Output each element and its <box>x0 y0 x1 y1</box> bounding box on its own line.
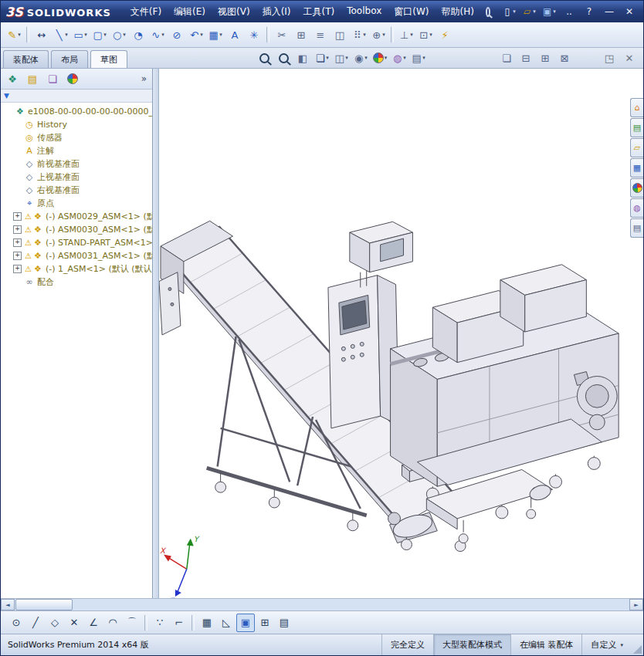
rectangle-icon[interactable]: ▭ ▾ <box>71 25 90 44</box>
scenes-icon[interactable]: ◍ <box>630 198 643 218</box>
ellipse-icon[interactable]: ⊘ <box>168 25 186 44</box>
sketch-polygon-icon[interactable]: ◇ <box>46 614 64 632</box>
spline-icon[interactable]: ∿ ▾ <box>148 25 167 44</box>
smart-dimension-icon[interactable]: ↔ <box>32 25 51 44</box>
menu-item[interactable]: 窗口(W) <box>388 3 435 21</box>
shaded-view-icon[interactable]: ▣ <box>236 614 255 632</box>
apply-scene-icon[interactable]: ◍ ▾ <box>390 49 408 67</box>
arc-snap-icon[interactable]: ◠ <box>103 614 122 632</box>
quick-snaps-icon[interactable]: ⌐ <box>170 614 188 632</box>
perimeter-circle-icon[interactable]: ◔ <box>129 25 147 44</box>
tree-filter-bar[interactable]: ▼ <box>1 90 152 103</box>
arrange-icons-icon[interactable]: ⊠ <box>555 49 574 67</box>
convert-entities-icon[interactable]: ⊞ <box>292 25 310 44</box>
graphics-viewport[interactable]: X Y Z ⌂ ▤ ▱ <box>159 69 643 598</box>
tree-item-mates[interactable]: ∞ 配合 <box>1 276 152 289</box>
new-document-icon[interactable]: ▯ ▾ <box>500 3 518 20</box>
property-manager-icon[interactable]: ▤ <box>23 69 42 88</box>
menu-item[interactable]: Toolbox <box>341 3 388 21</box>
view-palette-icon[interactable]: ▦ <box>630 158 643 178</box>
resize-grip[interactable] <box>633 645 642 654</box>
search-icon[interactable] <box>486 7 490 17</box>
save-icon[interactable]: ▣ ▾ <box>540 3 558 20</box>
tab-sketch[interactable]: 草图 <box>90 50 127 68</box>
menu-item[interactable]: 编辑(E) <box>168 3 212 21</box>
tab-assembly[interactable]: 装配体 <box>3 50 49 68</box>
close-pane-icon[interactable]: ✕ <box>620 49 639 67</box>
trim-entities-icon[interactable]: ✂ <box>273 25 291 44</box>
status-fully-defined[interactable]: 完全定义 <box>381 634 433 655</box>
more-icon[interactable]: .. <box>560 3 578 20</box>
line-icon[interactable]: ╲ ▾ <box>52 25 70 44</box>
custom-properties-icon[interactable]: ▤ <box>630 218 643 238</box>
sketch-fillet-icon[interactable]: ↶ ▾ <box>187 25 205 44</box>
close-icon[interactable]: ✕ <box>620 3 639 20</box>
move-entities-icon[interactable]: ⊕ ▾ <box>369 25 388 44</box>
scrollbar-thumb[interactable] <box>15 599 73 610</box>
angle-snap-icon[interactable]: ∠ <box>84 614 103 632</box>
panel-expand-chevron[interactable]: » <box>138 73 150 84</box>
zoom-area-icon[interactable] <box>274 49 293 67</box>
view-settings-icon[interactable]: ▤ ▾ <box>409 49 428 67</box>
grid-icon[interactable]: ▦ <box>198 614 216 632</box>
isometric-icon[interactable]: ◺ <box>217 614 236 632</box>
control-tower[interactable] <box>328 276 399 428</box>
feature-tree-icon[interactable]: ❖ <box>3 69 22 88</box>
design-library-icon[interactable]: ▤ <box>630 118 643 137</box>
slot-icon[interactable]: ▢ ▾ <box>90 25 109 44</box>
point-icon[interactable]: ✳ <box>245 25 263 44</box>
sketch-icon[interactable]: ✎ ▾ <box>5 25 23 44</box>
display-manager-icon[interactable]: ● <box>63 69 82 88</box>
expand-toggle-icon[interactable]: + <box>13 265 22 273</box>
view-orientation-icon[interactable]: ❏ ▾ <box>313 49 331 67</box>
sketch-point-icon[interactable]: ⊙ <box>7 614 25 632</box>
mirror-entities-icon[interactable]: ◫ <box>330 25 349 44</box>
horizontal-scrollbar[interactable]: ◄ ► <box>1 598 643 610</box>
menu-item[interactable]: 视图(V) <box>212 3 256 21</box>
help-icon[interactable]: ? <box>580 3 598 20</box>
tree-item-root[interactable]: ❖ e1008-00-00-00-00-00-0000_ <box>1 105 152 118</box>
sketch-line-icon[interactable]: ╱ <box>26 614 45 632</box>
expand-toggle-icon[interactable]: + <box>13 212 22 221</box>
table-icon[interactable]: ▤ <box>275 614 293 632</box>
tree-item-front-plane[interactable]: ◇ 前视基准面 <box>1 157 152 171</box>
offset-entities-icon[interactable]: ≡ <box>311 25 330 44</box>
block-icon[interactable]: ⊡ ▾ <box>416 25 435 44</box>
hide-show-items-icon[interactable]: ◉ ▾ <box>351 49 370 67</box>
cascade-windows-icon[interactable]: ❏ <box>497 49 516 67</box>
tree-item-top-plane[interactable]: ◇ 上视基准面 <box>1 171 152 184</box>
display-style-icon[interactable]: ◫ ▾ <box>332 49 351 67</box>
sketch-erase-icon[interactable]: ✕ <box>65 614 83 632</box>
tree-item-component[interactable]: + ⚠ ❖ (-) ASM0030_ASM<1> (默认 <box>1 223 152 236</box>
tile-horizontal-icon[interactable]: ⊟ <box>517 49 535 67</box>
tangent-snap-icon[interactable]: ⌒ <box>123 614 141 632</box>
assembly-model[interactable]: X Y Z <box>159 69 643 598</box>
appearances-icon[interactable]: ● <box>630 178 643 198</box>
circle-icon[interactable]: ○ ▾ <box>110 25 128 44</box>
status-large-assembly-mode[interactable]: 大型装配体模式 <box>433 634 510 655</box>
expand-toggle-icon[interactable]: + <box>13 252 22 260</box>
linear-pattern-icon[interactable]: ⠿ ▾ <box>350 25 368 44</box>
instant2d-icon[interactable]: ⚡ <box>436 25 454 44</box>
scroll-right-arrow[interactable]: ► <box>629 599 643 610</box>
panel-splitter[interactable] <box>153 69 159 598</box>
open-icon[interactable]: ▱ ▾ <box>520 3 538 20</box>
tree-item-sensors[interactable]: ◎ 传感器 <box>1 131 152 144</box>
menu-item[interactable]: 工具(T) <box>297 3 341 21</box>
tree-item-component[interactable]: + ⚠ ❖ (-) STAND-PART_ASM<1> (默 <box>1 236 152 249</box>
relations-snap-icon[interactable]: ∵ <box>151 614 169 632</box>
configuration-manager-icon[interactable]: ❏ <box>43 69 62 88</box>
tree-item-component[interactable]: + ⚠ ❖ (-) ASM0029_ASM<1> (默认 <box>1 210 152 223</box>
tree-item-component[interactable]: + ⚠ ❖ (-) ASM0031_ASM<1> (默认 <box>1 249 152 262</box>
tile-vertical-icon[interactable]: ⊞ <box>536 49 554 67</box>
tree-item-component[interactable]: + ⚠ ❖ (-) 1_ASM<1> (默认 (默认 <box>1 262 152 276</box>
tab-layout[interactable]: 布局 <box>51 50 88 68</box>
undock-pane-icon[interactable]: ◳ <box>600 49 619 67</box>
section-view-icon[interactable]: ◧ <box>293 49 312 67</box>
menu-item[interactable]: 文件(F) <box>124 3 168 21</box>
status-customize[interactable]: 自定义 ▾ <box>581 634 632 655</box>
tree-item-history[interactable]: ◷ History <box>1 118 152 131</box>
tree-item-origin[interactable]: ⌖ 原点 <box>1 197 152 210</box>
tree-item-right-plane[interactable]: ◇ 右视基准面 <box>1 184 152 197</box>
tree-item-annotations[interactable]: A 注解 <box>1 144 152 157</box>
